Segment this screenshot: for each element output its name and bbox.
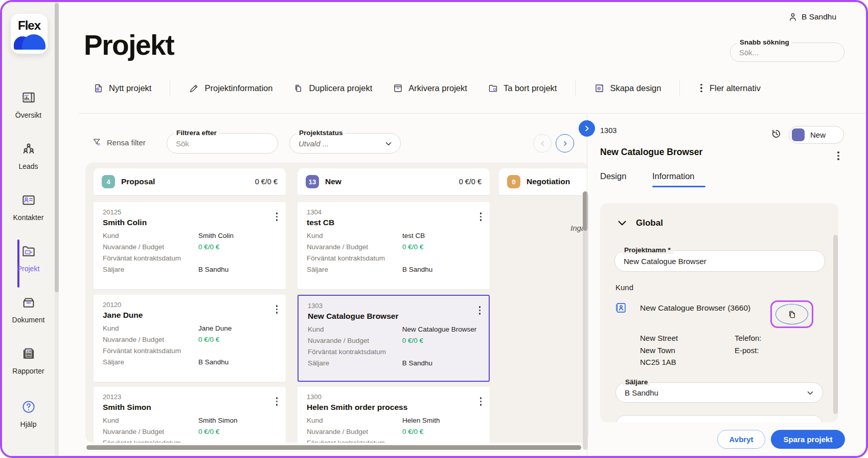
- project-status-value: Utvald ...: [299, 139, 329, 148]
- card-menu-icon[interactable]: [477, 304, 483, 317]
- project-status-dropdown[interactable]: Projektstatus Utvald ...: [289, 133, 401, 154]
- overview-icon: [21, 90, 36, 105]
- customer-contact-labels: Telefon: E-post:: [735, 332, 762, 356]
- column-header[interactable]: 4 Proposal 0 €/0 €: [94, 168, 286, 195]
- create-design-button[interactable]: Skapa design: [584, 83, 671, 94]
- new-project-icon: [93, 83, 104, 94]
- active-tab-underline: [652, 186, 705, 187]
- column-total: 0 €/0 €: [255, 178, 278, 186]
- status-label: New: [810, 130, 826, 139]
- design-image-icon: [594, 83, 605, 94]
- sidebar-scrollbar-thumb[interactable]: [55, 3, 59, 292]
- card-menu-icon[interactable]: [274, 210, 280, 223]
- sidebar-item-dokument[interactable]: Dokument: [2, 295, 55, 324]
- saljare-dropdown[interactable]: Säljare B Sandhu: [615, 382, 823, 403]
- column-count-badge: 13: [306, 175, 319, 188]
- clear-filter-button[interactable]: Rensa filter: [92, 137, 146, 147]
- project-card[interactable]: 20125 Smith Colin KundSmith Colin Nuvara…: [94, 202, 286, 289]
- project-card[interactable]: 20120 Jane Dune KundJane Dune Nuvarande …: [94, 295, 286, 382]
- chevron-left-icon: [539, 140, 546, 147]
- leads-icon: [21, 141, 36, 157]
- project-card[interactable]: 1300 Helen Smith order process KundHelen…: [298, 387, 490, 443]
- project-status-label: Projektstatus: [296, 129, 346, 137]
- toolbar-divider: [575, 80, 576, 96]
- filter-by-field[interactable]: Filtrera efter: [167, 133, 278, 154]
- panel-menu-icon[interactable]: [835, 149, 841, 162]
- saljare-value: B Sandhu: [625, 388, 658, 397]
- status-color-swatch: [792, 128, 805, 141]
- project-status-button[interactable]: New: [789, 126, 844, 144]
- global-section-header[interactable]: Global: [616, 217, 663, 229]
- tab-information[interactable]: Information: [652, 171, 695, 181]
- card-menu-icon[interactable]: [478, 210, 484, 223]
- column-new: 13 New 0 €/0 € 1304 test CB Kundtest CB …: [298, 168, 490, 443]
- copy-icon: [787, 309, 797, 320]
- toolbar-divider: [679, 80, 680, 96]
- chevron-right-icon: [583, 124, 591, 133]
- app-window: Flex Översikt Leads Kontakter: [0, 0, 868, 458]
- archive-project-button[interactable]: Arkivera projekt: [382, 83, 477, 94]
- next-field-partial[interactable]: [615, 415, 823, 422]
- more-options-button[interactable]: Fler alternativ: [688, 82, 770, 95]
- toolbar-divider: [170, 80, 170, 96]
- duplicate-project-button[interactable]: Duplicera projekt: [283, 83, 382, 94]
- documents-icon: [21, 295, 36, 310]
- project-card-selected[interactable]: 1303 New Catalogue Browser KundNew Catal…: [298, 295, 490, 382]
- chevron-down-icon: [806, 388, 815, 398]
- history-button[interactable]: [770, 128, 782, 142]
- sidebar-item-rapporter[interactable]: Rapporter: [2, 346, 55, 375]
- filter-by-label: Filtrera efter: [174, 129, 219, 137]
- global-section-card: Global Projektnamn * New Catalogue Brows…: [600, 203, 838, 422]
- sidebar-item-kontakter[interactable]: Kontakter: [2, 192, 55, 222]
- quick-search-field[interactable]: Snabb sökning: [730, 42, 844, 62]
- delete-project-button[interactable]: Ta bort projekt: [477, 83, 567, 94]
- column-header[interactable]: 0 Negotiation: [499, 168, 589, 195]
- reports-icon: [21, 346, 36, 361]
- panel-project-number: 1303: [600, 126, 616, 135]
- new-project-button[interactable]: Nytt projekt: [83, 83, 162, 94]
- flex-logo[interactable]: Flex: [11, 14, 48, 54]
- archive-icon: [393, 83, 403, 94]
- filter-by-input[interactable]: [176, 139, 259, 148]
- quick-search-input[interactable]: [739, 48, 825, 57]
- sidebar-item-oversikt[interactable]: Översikt: [2, 90, 55, 119]
- projects-icon: [21, 244, 36, 259]
- cancel-button[interactable]: Avbryt: [717, 430, 765, 449]
- toolbar-divider-line: [79, 113, 866, 114]
- next-page-button[interactable]: [556, 134, 574, 152]
- card-menu-icon[interactable]: [274, 303, 280, 316]
- previous-page-button[interactable]: [533, 134, 552, 152]
- column-proposal: 4 Proposal 0 €/0 € 20125 Smith Colin Kun…: [94, 168, 286, 443]
- card-menu-icon[interactable]: [478, 395, 484, 408]
- project-card[interactable]: 1304 test CB Kundtest CB Nuvarande / Bud…: [298, 202, 490, 289]
- copy-customer-button[interactable]: [775, 304, 808, 324]
- sidebar: [2, 2, 55, 456]
- sidebar-item-hjalp[interactable]: Hjälp: [2, 399, 55, 428]
- chevron-right-icon: [561, 140, 569, 147]
- column-negotiation: 0 Negotiation Inga: [499, 168, 589, 443]
- save-project-button[interactable]: Spara projekt: [771, 430, 845, 449]
- project-name-value: New Catalogue Browser: [624, 257, 706, 266]
- sidebar-item-projekt[interactable]: Projekt: [2, 244, 55, 273]
- card-menu-icon[interactable]: [274, 395, 280, 408]
- tab-design[interactable]: Design: [600, 171, 626, 181]
- delete-folder-icon: [488, 83, 498, 94]
- user-name: B Sandhu: [802, 12, 836, 21]
- flex-logo-text: Flex: [11, 18, 48, 33]
- project-name-field[interactable]: Projektnamn * New Catalogue Browser: [614, 250, 825, 272]
- project-card[interactable]: 20123 Smith Simon KundSmith Simon Nuvara…: [94, 387, 286, 443]
- panel-scrollbar-thumb[interactable]: [833, 235, 838, 414]
- duplicate-icon: [293, 83, 304, 94]
- project-information-button[interactable]: Projektinformation: [178, 83, 283, 94]
- chevron-down-icon: [384, 139, 393, 148]
- column-header[interactable]: 13 New 0 €/0 €: [298, 168, 490, 195]
- clear-filter-icon: [92, 137, 102, 147]
- panel-collapse-button[interactable]: [579, 120, 595, 137]
- column-total: 0 €/0 €: [459, 178, 482, 186]
- user-menu[interactable]: B Sandhu: [788, 12, 836, 22]
- column-count-badge: 0: [507, 175, 520, 188]
- board-horizontal-scrollbar[interactable]: [86, 445, 581, 450]
- sidebar-item-leads[interactable]: Leads: [2, 141, 55, 170]
- project-name-label: Projektnamn *: [622, 246, 673, 254]
- history-icon: [770, 128, 782, 140]
